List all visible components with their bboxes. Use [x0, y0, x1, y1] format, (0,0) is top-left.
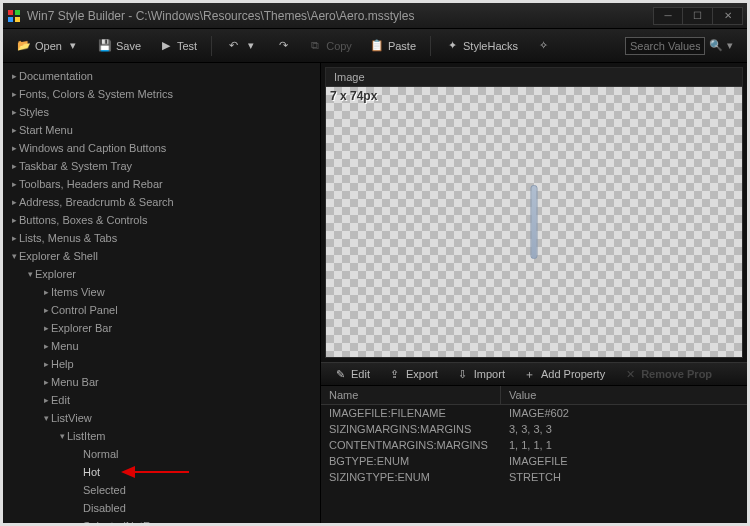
tree-item[interactable]: ▸Styles	[3, 103, 320, 121]
tree-item-label: Documentation	[19, 70, 93, 82]
chevron-right-icon: ▸	[41, 305, 51, 315]
copy-button[interactable]: ⧉Copy	[300, 35, 360, 57]
tree-item-label: Toolbars, Headers and Rebar	[19, 178, 163, 190]
tree-item[interactable]: ▸Windows and Caption Buttons	[3, 139, 320, 157]
tree-item[interactable]: ▾Explorer	[3, 265, 320, 283]
chevron-right-icon: ▸	[41, 395, 51, 405]
column-name[interactable]: Name	[321, 386, 501, 404]
tree-item[interactable]: SelectedNotFocus	[3, 517, 320, 523]
edit-button[interactable]: ✎Edit	[325, 363, 378, 385]
tree-item[interactable]: ▸Start Menu	[3, 121, 320, 139]
image-canvas[interactable]: 7 x 74px	[326, 87, 742, 357]
export-button[interactable]: ⇪Export	[380, 363, 446, 385]
tree-item[interactable]: ▸Buttons, Boxes & Controls	[3, 211, 320, 229]
redo-icon: ↷	[276, 39, 290, 53]
tree-item[interactable]: ▸Documentation	[3, 67, 320, 85]
tree-item[interactable]: ▸Help	[3, 355, 320, 373]
tree-item-label: Explorer & Shell	[19, 250, 98, 262]
tree-item[interactable]: Normal	[3, 445, 320, 463]
tree-item[interactable]: ▸Address, Breadcrumb & Search	[3, 193, 320, 211]
property-table[interactable]: Name Value IMAGEFILE:FILENAMEIMAGE#602SI…	[321, 386, 747, 523]
add-property-button[interactable]: ＋Add Property	[515, 363, 613, 385]
table-row[interactable]: BGTYPE:ENUMIMAGEFILE	[321, 453, 747, 469]
tree-item[interactable]: ▸Taskbar & System Tray	[3, 157, 320, 175]
titlebar[interactable]: Win7 Style Builder - C:\Windows\Resource…	[3, 3, 747, 29]
separator	[211, 36, 212, 56]
magic-icon: ✧	[536, 39, 550, 53]
tree-item-label: Edit	[51, 394, 70, 406]
chevron-right-icon: ▸	[41, 341, 51, 351]
tree-item-label: Buttons, Boxes & Controls	[19, 214, 147, 226]
search-input[interactable]	[625, 37, 705, 55]
tree-item[interactable]: Selected	[3, 481, 320, 499]
tree-item-label: Styles	[19, 106, 49, 118]
column-value[interactable]: Value	[501, 386, 747, 404]
image-preview	[531, 185, 538, 259]
tree-item[interactable]: ▸Lists, Menus & Tabs	[3, 229, 320, 247]
chevron-down-icon: ▾	[244, 39, 258, 53]
tree-item[interactable]: ▾ListItem	[3, 427, 320, 445]
tree-panel[interactable]: ▸Documentation▸Fonts, Colors & System Me…	[3, 63, 321, 523]
chevron-right-icon: ▸	[9, 179, 19, 189]
chevron-down-icon[interactable]: ▾	[727, 39, 741, 53]
paste-button[interactable]: 📋Paste	[362, 35, 424, 57]
undo-button[interactable]: ↶▾	[218, 35, 266, 57]
svg-rect-0	[8, 10, 13, 15]
chevron-right-icon: ▸	[41, 323, 51, 333]
tree-item-label: ListView	[51, 412, 92, 424]
window-title: Win7 Style Builder - C:\Windows\Resource…	[27, 9, 653, 23]
tree-item-label: ListItem	[67, 430, 106, 442]
open-button[interactable]: 📂Open▾	[9, 35, 88, 57]
image-panel: Image 7 x 74px	[325, 67, 743, 358]
image-dimensions: 7 x 74px	[330, 89, 377, 103]
tree-item-label: Explorer Bar	[51, 322, 112, 334]
tool-button[interactable]: ✧	[528, 35, 558, 57]
stylehacks-button[interactable]: ✦StyleHacks	[437, 35, 526, 57]
test-button[interactable]: ▶Test	[151, 35, 205, 57]
tree-item[interactable]: ▾Explorer & Shell	[3, 247, 320, 265]
tree-item[interactable]: ▸Menu	[3, 337, 320, 355]
close-button[interactable]: ✕	[713, 7, 743, 25]
table-row[interactable]: CONTENTMARGINS:MARGINS1, 1, 1, 1	[321, 437, 747, 453]
property-name: BGTYPE:ENUM	[321, 453, 501, 469]
tree-item-label: Menu Bar	[51, 376, 99, 388]
chevron-right-icon: ▸	[9, 143, 19, 153]
property-value: 3, 3, 3, 3	[501, 421, 747, 437]
property-toolbar: ✎Edit ⇪Export ⇩Import ＋Add Property ✕Rem…	[321, 362, 747, 386]
tree-item[interactable]: ▸Items View	[3, 283, 320, 301]
property-value: IMAGE#602	[501, 405, 747, 421]
tree-item-label: Taskbar & System Tray	[19, 160, 132, 172]
table-row[interactable]: IMAGEFILE:FILENAMEIMAGE#602	[321, 405, 747, 421]
chevron-down-icon: ▾	[66, 39, 80, 53]
tree-item[interactable]: ▸Toolbars, Headers and Rebar	[3, 175, 320, 193]
remove-property-button[interactable]: ✕Remove Prop	[615, 363, 720, 385]
table-row[interactable]: SIZINGMARGINS:MARGINS3, 3, 3, 3	[321, 421, 747, 437]
undo-icon: ↶	[226, 39, 240, 53]
tree-item[interactable]: ▸Fonts, Colors & System Metrics	[3, 85, 320, 103]
redo-button[interactable]: ↷	[268, 35, 298, 57]
tree-item-label: Selected	[83, 484, 126, 496]
app-window: Win7 Style Builder - C:\Windows\Resource…	[0, 0, 750, 526]
chevron-down-icon: ▾	[25, 269, 35, 279]
svg-marker-5	[121, 466, 135, 478]
svg-rect-3	[15, 17, 20, 22]
tree-item[interactable]: ▸Edit	[3, 391, 320, 409]
maximize-button[interactable]: ☐	[683, 7, 713, 25]
save-button[interactable]: 💾Save	[90, 35, 149, 57]
tree-item-label: Start Menu	[19, 124, 73, 136]
chevron-right-icon: ▸	[9, 125, 19, 135]
minimize-button[interactable]: ─	[653, 7, 683, 25]
import-button[interactable]: ⇩Import	[448, 363, 513, 385]
save-icon: 💾	[98, 39, 112, 53]
x-icon: ✕	[623, 367, 637, 381]
tree-item[interactable]: ▾ListView	[3, 409, 320, 427]
tree-item[interactable]: Hot	[3, 463, 320, 481]
tree-item-label: Control Panel	[51, 304, 118, 316]
tree-item[interactable]: ▸Menu Bar	[3, 373, 320, 391]
tree-item[interactable]: ▸Explorer Bar	[3, 319, 320, 337]
tree-item[interactable]: Disabled	[3, 499, 320, 517]
table-row[interactable]: SIZINGTYPE:ENUMSTRETCH	[321, 469, 747, 485]
tree-item-label: Normal	[83, 448, 118, 460]
search-icon[interactable]: 🔍	[709, 39, 723, 53]
tree-item[interactable]: ▸Control Panel	[3, 301, 320, 319]
